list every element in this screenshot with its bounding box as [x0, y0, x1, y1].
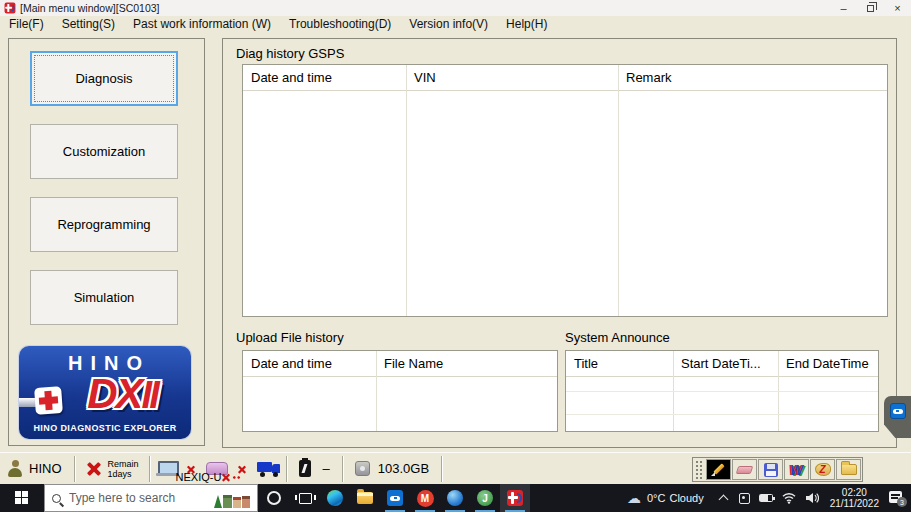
eraser-tool-button[interactable] [732, 459, 757, 480]
tray-battery-button[interactable] [759, 494, 773, 502]
reprogramming-button[interactable]: Reprogramming [30, 197, 178, 252]
restore-button[interactable] [857, 0, 884, 16]
globe-icon [447, 490, 463, 506]
taskbar-search-input[interactable]: Type here to search [44, 484, 258, 512]
restore-icon [867, 5, 874, 12]
taskbar-item-green-app[interactable]: J [470, 484, 500, 512]
tray-app-icon [739, 493, 750, 504]
upload-file-history-table[interactable]: Date and time File Name [242, 350, 558, 432]
column-divider [618, 65, 619, 316]
logo-dx: DX [87, 370, 141, 417]
logo-product-text: DXII [53, 370, 191, 418]
taskbar-item-browser[interactable] [440, 484, 470, 512]
pc-icon [156, 461, 177, 476]
tray-wifi-button[interactable] [782, 492, 796, 504]
status-disk-space: 103.0GB [343, 453, 441, 484]
diag-history-title: Diag history GSPS [236, 46, 344, 61]
cortana-button[interactable] [267, 491, 281, 505]
logo-ii: II [142, 374, 157, 416]
tray-app-button[interactable] [739, 493, 750, 504]
column-header-date-and-time[interactable]: Date and time [243, 65, 406, 90]
interface-name-text: NEXIQ-U [176, 471, 222, 483]
taskbar-item-gmail[interactable]: M [410, 484, 440, 512]
taskbar-item-edge[interactable] [320, 484, 350, 512]
upload-file-history-header: Date and time File Name [243, 351, 557, 377]
weather-widget[interactable]: 0°C Cloudy [647, 492, 704, 504]
search-icon [52, 494, 61, 503]
remain-line2: 1days [108, 469, 139, 479]
app-icon [5, 3, 16, 14]
windows-taskbar: Type here to search M J ☁ 0°C Cloudy [0, 484, 911, 512]
status-vehicle-connection: NEXIQ-U [150, 453, 286, 484]
folder-tool-button[interactable] [836, 459, 861, 480]
taskbar-clock[interactable]: 02:20 21/11/2022 [830, 487, 879, 509]
task-view-button[interactable] [290, 484, 320, 512]
status-battery: – [287, 453, 342, 484]
logo-tagline: HINO DIAGNOSTIC EXPLORER [19, 423, 191, 433]
screen: [Main menu window][SC0103] – × File(F) S… [0, 0, 911, 512]
notification-center-button[interactable]: 3 [889, 491, 905, 505]
window-title: [Main menu window][SC0103] [20, 2, 160, 14]
hino-dx2-logo: HINO DXII HINO DIAGNOSTIC EXPLORER [19, 346, 191, 439]
column-header-remark[interactable]: Remark [618, 65, 887, 90]
menu-item-file[interactable]: File(F) [0, 17, 53, 31]
edit-tool-button[interactable] [706, 459, 731, 480]
palette-tool-button[interactable]: Z [810, 459, 835, 480]
green-app-icon: J [477, 490, 493, 506]
toolbar-grip-handle[interactable] [694, 459, 704, 480]
column-header-vin[interactable]: VIN [406, 65, 618, 90]
diagnosis-button[interactable]: Diagnosis [30, 51, 178, 106]
column-header-file-name[interactable]: File Name [376, 351, 557, 376]
sidebar-panel: Diagnosis Customization Reprogramming Si… [8, 38, 205, 446]
task-view-icon [299, 493, 312, 504]
remain-label: Remain 1days [108, 459, 139, 479]
system-tray: ☁ 0°C Cloudy 02:20 21/11/2022 3 [627, 484, 911, 512]
notification-count-badge: 3 [897, 497, 907, 507]
logo-cross-icon [34, 386, 63, 415]
close-button[interactable]: × [884, 0, 911, 16]
customization-button[interactable]: Customization [30, 124, 178, 179]
column-divider [406, 65, 407, 316]
truncation-dots [232, 476, 241, 479]
menu-item-troubleshooting[interactable]: Troubleshooting(D) [280, 17, 400, 31]
column-header-end-datetime[interactable]: End DateTime [778, 351, 878, 376]
menu-item-help[interactable]: Help(H) [497, 17, 556, 31]
vehicle-icon [257, 461, 282, 477]
save-tool-button[interactable] [758, 459, 783, 480]
menu-item-version-info[interactable]: Version info(V) [400, 17, 497, 31]
simulation-button[interactable]: Simulation [30, 270, 178, 325]
system-announce-header: Title Start DateTi... End DateTime [566, 351, 878, 377]
diag-history-header: Date and time VIN Remark [243, 65, 887, 91]
minimize-button[interactable]: – [830, 0, 857, 16]
row-divider [566, 414, 878, 415]
user-label: HINO [29, 461, 62, 476]
window-titlebar: [Main menu window][SC0103] – × [0, 0, 911, 16]
start-button[interactable] [0, 484, 44, 512]
tray-volume-button[interactable] [805, 492, 819, 504]
interface-error-icon [221, 472, 231, 482]
clock-date: 21/11/2022 [830, 498, 879, 509]
diag-history-table[interactable]: Date and time VIN Remark [242, 64, 888, 317]
battery-icon [299, 460, 311, 477]
eraser-icon [736, 466, 754, 474]
tray-expand-chevron-icon[interactable] [718, 495, 728, 505]
column-header-title[interactable]: Title [566, 351, 673, 376]
taskbar-item-teamviewer[interactable] [380, 484, 410, 512]
menu-item-setting[interactable]: Setting(S) [53, 17, 124, 31]
column-header-date-and-time[interactable]: Date and time [243, 351, 376, 376]
statusbar-divider [441, 456, 442, 482]
taskbar-item-hino-dx[interactable] [500, 484, 530, 512]
system-announce-table[interactable]: Title Start DateTi... End DateTime [565, 350, 879, 432]
folder-icon [841, 464, 857, 475]
windows-logo-icon [15, 491, 29, 505]
search-placeholder: Type here to search [69, 491, 206, 505]
teamviewer-icon [387, 490, 403, 506]
battery-icon [759, 494, 773, 502]
menu-item-past-work-information[interactable]: Past work information (W) [124, 17, 280, 31]
menubar: File(F) Setting(S) Past work information… [0, 16, 911, 32]
app-statusbar: HINO Remain 1days NEXIQ-U – [0, 452, 911, 484]
column-header-start-datetime[interactable]: Start DateTi... [673, 351, 778, 376]
word-tool-button[interactable]: W [784, 459, 809, 480]
column-divider [376, 351, 377, 431]
taskbar-item-file-explorer[interactable] [350, 484, 380, 512]
